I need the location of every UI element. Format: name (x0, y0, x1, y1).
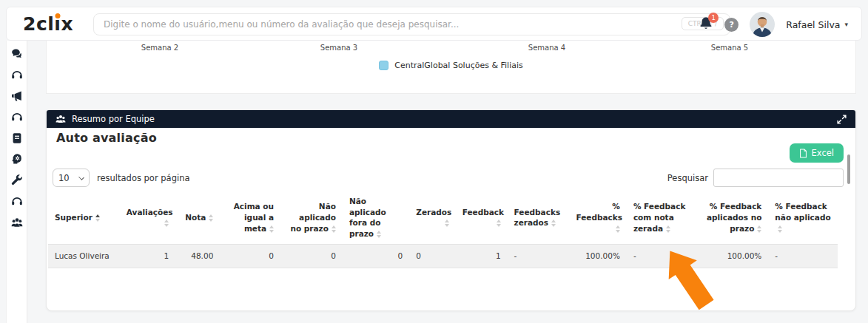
section-title: Auto avaliação (56, 131, 157, 145)
headset-icon[interactable] (10, 69, 23, 81)
column-header[interactable]: % Feedback não aplicado (768, 191, 838, 244)
sort-arrows-icon (757, 225, 761, 233)
sort-arrows-icon (666, 225, 670, 233)
table-cell: 1 (456, 244, 508, 268)
column-header[interactable]: Superior (48, 191, 120, 244)
headset-icon[interactable] (10, 195, 23, 208)
user-avatar[interactable] (750, 12, 775, 37)
sidebar (6, 41, 27, 323)
legend-label: CentralGlobal Soluções & Filiais (394, 61, 522, 70)
column-header[interactable]: Zerados (409, 191, 455, 244)
table-row: Lucas Oliveira148.0000001-100.00%-100.00… (48, 244, 838, 268)
app-logo[interactable]: 2clıx (23, 13, 73, 35)
user-name-label: Rafael Silva (786, 19, 840, 30)
column-header-label: % Feedback com nota zerada (633, 202, 686, 232)
column-header[interactable]: Feedbacks zerados (508, 191, 570, 244)
column-header-label: Avaliações (127, 208, 173, 217)
column-header[interactable]: Acima ou igual a meta (220, 191, 280, 244)
global-search: CTRL + / (93, 13, 730, 35)
excel-export-button[interactable]: Excel (790, 143, 844, 163)
excel-button-label: Excel (812, 148, 834, 158)
week-axis-label: Semana 4 (528, 44, 565, 52)
table-search: Pesquisar (667, 169, 844, 187)
table-search-label: Pesquisar (667, 173, 708, 183)
table-cell: - (508, 244, 570, 268)
topbar: 2clıx CTRL + / 1 ? Rafael Silva (6, 7, 862, 41)
chart-legend-item[interactable]: CentralGlobal Soluções & Filiais (47, 61, 855, 70)
page-size-value: 10 (58, 173, 70, 183)
column-header[interactable]: % Feedbacks (569, 191, 626, 244)
wrench-icon[interactable] (10, 174, 23, 186)
table-search-input[interactable] (713, 169, 844, 187)
global-search-input[interactable] (93, 13, 730, 35)
table-cell: 0 (280, 244, 343, 268)
column-header[interactable]: % Feedback com nota zerada (627, 191, 696, 244)
sort-arrows-icon (164, 220, 169, 227)
column-header[interactable]: Não aplicado no prazo (280, 191, 343, 244)
table-cell: Lucas Oliveira (48, 244, 120, 268)
chevron-down-icon: ▾ (844, 21, 848, 28)
expand-icon[interactable] (837, 115, 847, 124)
column-header-label: % Feedback aplicados no prazo (707, 202, 761, 232)
help-button[interactable]: ? (724, 18, 739, 32)
panel-title: Resumo por Equipe (72, 114, 155, 124)
chart-panel: Semana 2Semana 3Semana 4Semana 5 Central… (46, 41, 856, 94)
sort-arrows-icon (95, 214, 100, 222)
table-cell: 0 (343, 244, 409, 268)
table-cell: 1 (120, 244, 175, 268)
address-book-icon[interactable] (10, 132, 23, 144)
table-cell: - (627, 244, 696, 268)
sort-arrows-icon (551, 220, 556, 227)
users-group-icon[interactable] (10, 216, 23, 228)
notification-count-badge: 1 (708, 13, 719, 23)
sort-arrows-icon (445, 220, 449, 227)
sort-arrows-icon (332, 225, 336, 233)
column-header[interactable]: Avaliações (120, 191, 175, 244)
column-header-label: % Feedbacks (576, 202, 622, 222)
panel-body: Auto avaliação Excel 10 resultados por p… (47, 128, 855, 310)
megaphone-icon[interactable] (10, 89, 23, 102)
column-header-label: Acima ou igual a meta (234, 202, 274, 232)
week-axis-label: Semana 5 (711, 44, 748, 52)
avatar-image (750, 12, 775, 37)
sort-arrows-icon (616, 225, 620, 233)
resumo-table: SuperiorAvaliaçõesNotaAcima ou igual a m… (48, 191, 838, 268)
notifications-button[interactable]: 1 (699, 16, 713, 33)
column-header[interactable]: Feedback (456, 191, 508, 244)
headset-icon[interactable] (10, 111, 23, 123)
table-cell: 100.00% (569, 244, 626, 268)
sort-arrows-icon (269, 225, 274, 233)
table-cell: - (768, 244, 838, 268)
week-axis-label: Semana 2 (141, 44, 178, 52)
column-header[interactable]: Não aplicado fora do prazo (343, 191, 409, 244)
topbar-right-cluster: 1 ? Rafael Silva ▾ (699, 7, 848, 41)
chevron-down-icon (78, 174, 84, 180)
sort-arrows-icon (778, 225, 782, 233)
page-size-label: resultados por página (97, 173, 189, 183)
legend-swatch (379, 61, 388, 70)
column-header-label: Zerados (416, 208, 451, 217)
resumo-por-equipe-panel: Resumo por Equipe Auto avaliação Excel 1… (46, 109, 856, 311)
table-wrap: SuperiorAvaliaçõesNotaAcima ou igual a m… (48, 191, 838, 268)
comments-icon[interactable] (10, 47, 23, 60)
column-header[interactable]: % Feedback aplicados no prazo (696, 191, 768, 244)
user-menu[interactable]: Rafael Silva ▾ (786, 19, 848, 30)
column-header-label: Nota (185, 213, 206, 222)
table-body: Lucas Oliveira148.0000001-100.00%-100.00… (48, 244, 838, 268)
panel-header: Resumo por Equipe (47, 110, 855, 128)
sort-arrows-icon (209, 214, 213, 222)
table-cell: 0 (220, 244, 280, 268)
user-gear-icon[interactable] (10, 153, 23, 166)
table-cell: 0 (409, 244, 455, 268)
column-header[interactable]: Nota (175, 191, 220, 244)
file-icon (799, 149, 807, 158)
column-header-label: % Feedback não aplicado (775, 202, 830, 222)
users-icon (55, 114, 66, 124)
column-header-label: Não aplicado no prazo (290, 202, 335, 232)
page-size-select[interactable]: 10 (53, 169, 90, 187)
column-header-label: Feedback (462, 208, 504, 217)
column-header-label: Superior (55, 213, 92, 222)
table-cell: 100.00% (696, 244, 768, 268)
panel-scrollbar-thumb[interactable] (847, 154, 850, 184)
table-controls: 10 resultados por página Pesquisar (53, 169, 844, 188)
